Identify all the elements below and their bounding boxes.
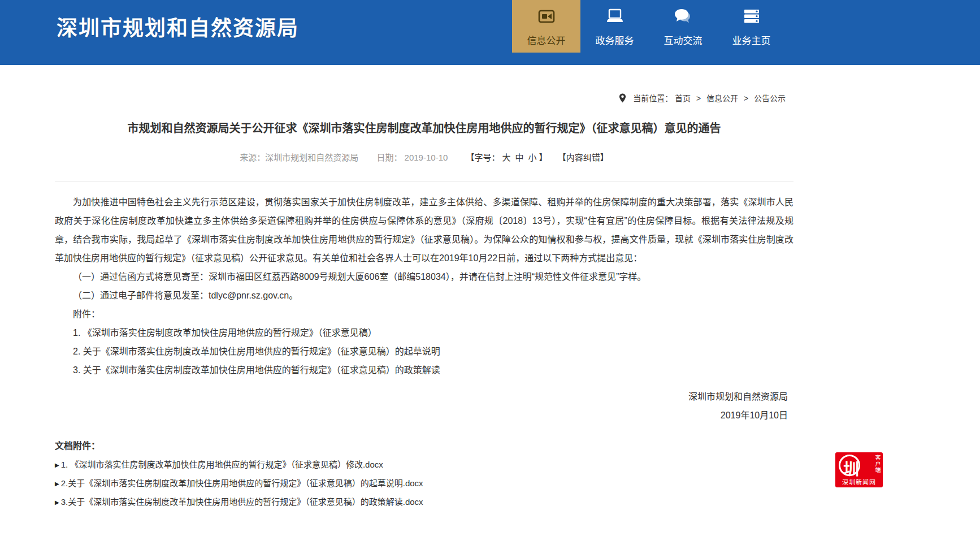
content-divider: [55, 181, 793, 181]
fontsize-medium-button[interactable]: 中: [515, 153, 524, 162]
doc-attachment-link[interactable]: ▶2.关于《深圳市落实住房制度改革加快住房用地供应的暂行规定》（征求意见稿）的起…: [55, 478, 793, 489]
paragraph: 附件：: [55, 305, 793, 323]
nav-label: 信息公开: [527, 33, 566, 47]
breadcrumb: 当前位置： 首页 > 信息公开 > 公告公示: [55, 92, 793, 103]
watermark-client-label: 客户端: [874, 455, 881, 473]
laptop-icon: [605, 7, 625, 26]
paragraph: （二）通过电子邮件将意见发至：tdlyc@pnr.sz.gov.cn。: [55, 286, 793, 305]
doc-attachments-heading: 文档附件：: [55, 438, 793, 452]
doc-attachment-link[interactable]: ▶1. 《深圳市落实住房制度改革加快住房用地供应的暂行规定》（征求意见稿）修改.…: [55, 459, 793, 470]
meta-fontsize-prefix: 【字号：: [466, 153, 500, 162]
signature-date: 2019年10月10日: [55, 406, 788, 425]
news-site-watermark-logo: 圳 客户端 深圳新闻网: [835, 452, 883, 487]
server-list-icon: [742, 7, 761, 26]
location-pin-icon: [619, 93, 626, 103]
nav-label: 业务主页: [732, 33, 771, 47]
content-correction-button[interactable]: 【内容纠错】: [558, 153, 609, 162]
article-page: 当前位置： 首页 > 信息公开 > 公告公示 市规划和自然资源局关于公开征求《深…: [55, 92, 793, 508]
article-meta: 来源：深圳市规划和自然资源局 日期： 2019-10-10 【字号：大中小】 【…: [55, 151, 793, 163]
nav-item-gov-services[interactable]: 政务服务: [580, 0, 649, 53]
triangle-bullet-icon: ▶: [55, 462, 59, 468]
nav-item-business-home[interactable]: 业务主页: [717, 0, 786, 53]
chat-bubbles-icon: [674, 7, 693, 26]
doc-attachment-link[interactable]: ▶3.关于《深圳市落实住房制度改革加快住房用地供应的暂行规定》（征求意见稿）的政…: [55, 496, 793, 508]
meta-date-value: 2019-10-10: [405, 153, 448, 162]
breadcrumb-separator: >: [744, 94, 748, 103]
doc-attachments: 文档附件： ▶1. 《深圳市落实住房制度改革加快住房用地供应的暂行规定》（征求意…: [55, 438, 793, 508]
nav-label: 互动交流: [664, 33, 703, 47]
site-title: 深圳市规划和自然资源局: [57, 11, 299, 42]
nav-item-interaction[interactable]: 互动交流: [649, 0, 717, 53]
article-title: 市规划和自然资源局关于公开征求《深圳市落实住房制度改革加快住房用地供应的暂行规定…: [55, 119, 793, 136]
doc-attachment-label: 1. 《深圳市落实住房制度改革加快住房用地供应的暂行规定》（征求意见稿）修改.d…: [61, 460, 383, 469]
doc-attachment-label: 3.关于《深圳市落实住房制度改革加快住房用地供应的暂行规定》（征求意见稿）的政策…: [61, 497, 423, 507]
attachment-line: 3. 关于《深圳市落实住房制度改革加快住房用地供应的暂行规定》（征求意见稿）的政…: [55, 361, 793, 379]
attachment-line: 2. 关于《深圳市落实住房制度改革加快住房用地供应的暂行规定》（征求意见稿）的起…: [55, 342, 793, 361]
signature-block: 深圳市规划和自然资源局 2019年10月10日: [55, 387, 793, 425]
breadcrumb-separator: >: [696, 94, 701, 103]
paragraph: 为加快推进中国特色社会主义先行示范区建设，贯彻落实国家关于加快住房制度改革，建立…: [55, 193, 793, 267]
triangle-bullet-icon: ▶: [55, 481, 59, 487]
meta-fontsize-suffix: 】: [539, 153, 548, 162]
doc-attachment-label: 2.关于《深圳市落实住房制度改革加快住房用地供应的暂行规定》（征求意见稿）的起草…: [61, 478, 423, 488]
site-header: 深圳市规划和自然资源局 信息公开 政务服务 互动交流: [0, 0, 980, 65]
main-nav: 信息公开 政务服务 互动交流 业务: [512, 0, 786, 53]
breadcrumb-home[interactable]: 首页: [675, 94, 691, 103]
triangle-bullet-icon: ▶: [55, 499, 59, 505]
breadcrumb-prefix: 当前位置：: [633, 94, 673, 103]
watermark-glyph: 圳: [843, 457, 859, 479]
breadcrumb-section[interactable]: 信息公开: [706, 94, 738, 103]
info-disclosure-icon: [537, 7, 556, 26]
nav-item-info-disclosure[interactable]: 信息公开: [512, 0, 580, 53]
paragraph: （一）通过信函方式将意见寄至：深圳市福田区红荔西路8009号规划大厦606室（邮…: [55, 267, 793, 286]
attachment-line: 1. 《深圳市落实住房制度改革加快住房用地供应的暂行规定》（征求意见稿）: [55, 323, 793, 342]
article-body: 为加快推进中国特色社会主义先行示范区建设，贯彻落实国家关于加快住房制度改革，建立…: [55, 193, 793, 379]
signature-agency: 深圳市规划和自然资源局: [55, 387, 788, 406]
fontsize-small-button[interactable]: 小: [528, 153, 537, 162]
fontsize-large-button[interactable]: 大: [502, 153, 511, 162]
breadcrumb-page[interactable]: 公告公示: [754, 94, 786, 103]
watermark-site-label: 深圳新闻网: [835, 477, 883, 486]
meta-date-label: 日期：: [376, 153, 402, 162]
meta-source: 来源：深圳市规划和自然资源局: [240, 153, 358, 162]
nav-label: 政务服务: [596, 33, 634, 47]
